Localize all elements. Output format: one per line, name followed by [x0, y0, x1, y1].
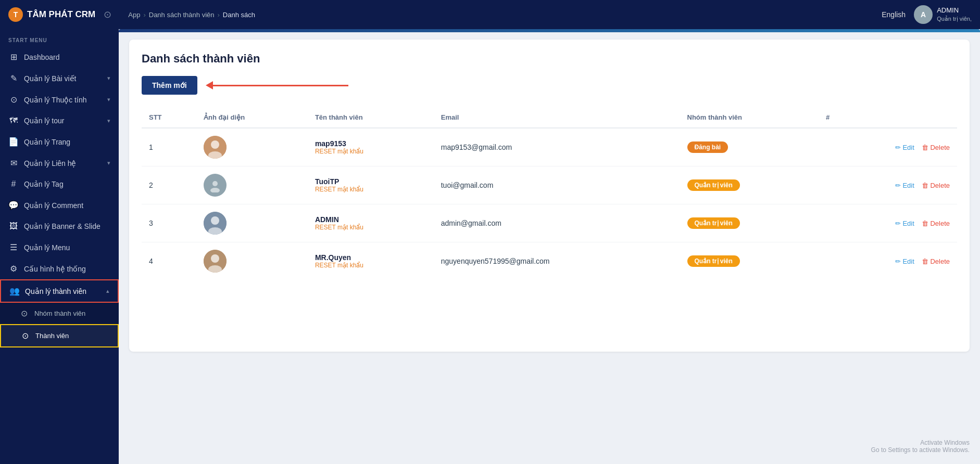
reset-password-link[interactable]: RESET mật khẩu [315, 148, 426, 155]
cell-email: map9153@gmail.com [434, 128, 680, 166]
sidebar-label-menu: Quản lý Menu [24, 243, 110, 252]
cell-name: map9153RESET mật khẩu [308, 128, 434, 166]
group-badge: Quản trị viên [687, 217, 740, 229]
sidebar-item-menu[interactable]: ☰ Quản lý Menu [0, 237, 119, 258]
top-navbar: T TÂM PHÁT CRM ⊙ App › Danh sách thành v… [0, 0, 980, 29]
sidebar-item-thanh-vien[interactable]: 👥 Quản lý thành viên ▴ [0, 279, 119, 303]
cell-group: Quản trị viên [680, 204, 819, 242]
banner-slide-icon: 🖼 [8, 222, 19, 231]
cell-group: Quản trị viên [680, 242, 819, 280]
edit-button[interactable]: ✏ Edit [895, 182, 914, 189]
reset-password-link[interactable]: RESET mật khẩu [315, 262, 426, 269]
member-name: TuoiTP [315, 177, 426, 186]
sidebar-item-thuoc-tinh[interactable]: ⊙ Quản lý Thuộc tính ▾ [0, 89, 119, 110]
reset-password-link[interactable]: RESET mật khẩu [315, 186, 426, 193]
sidebar-label-thanh-vien: Quản lý thành viên [25, 287, 101, 295]
cell-avatar [196, 128, 308, 166]
col-action: # [819, 107, 957, 128]
avatar [204, 174, 227, 197]
sidebar-item-tag[interactable]: # Quản lý Tag [0, 174, 119, 195]
member-name: ADMIN [315, 215, 426, 224]
cell-email: tuoi@gmail.com [434, 166, 680, 204]
sidebar-item-trang[interactable]: 📄 Quản lý Trang [0, 131, 119, 152]
breadcrumb-app[interactable]: App [128, 11, 140, 19]
user-menu[interactable]: A ADMIN Quản trị viên, [914, 5, 972, 24]
svg-point-7 [211, 216, 219, 225]
sidebar: START MENU ⊞ Dashboard ✎ Quản lý Bài viế… [0, 29, 119, 464]
cell-email: nguyenquyen571995@gmail.com [434, 242, 680, 280]
comment-icon: 💬 [8, 200, 19, 210]
sidebar-label-tour: Quản lý tour [24, 117, 102, 125]
cell-action: ✏ Edit 🗑 Delete [819, 204, 957, 242]
bai-viet-icon: ✎ [8, 73, 19, 83]
reset-password-link[interactable]: RESET mật khẩu [315, 224, 426, 231]
cell-avatar [196, 242, 308, 280]
breadcrumb-member-list[interactable]: Danh sách thành viên [149, 11, 215, 19]
arrow-annotation [206, 81, 348, 89]
sidebar-item-tour[interactable]: 🗺 Quản lý tour ▾ [0, 110, 119, 131]
content-area: Danh sách thành viên Thêm mới STT Ảnh đạ… [119, 29, 980, 464]
svg-point-1 [211, 140, 219, 149]
svg-point-10 [211, 254, 219, 263]
back-icon[interactable]: ⊙ [104, 9, 111, 20]
chevron-bai-viet: ▾ [107, 75, 110, 82]
lien-he-icon: ✉ [8, 158, 19, 168]
sidebar-label-dashboard: Dashboard [24, 53, 110, 61]
cell-stt: 2 [142, 166, 196, 204]
cell-name: TuoiTPRESET mật khẩu [308, 166, 434, 204]
edit-button[interactable]: ✏ Edit [895, 144, 914, 151]
sidebar-label-comment: Quản lý Comment [24, 201, 110, 210]
avatar [204, 250, 227, 273]
sidebar-label-cau-hinh: Cấu hình hệ thống [24, 265, 110, 273]
edit-button[interactable]: ✏ Edit [895, 220, 914, 227]
cau-hinh-icon: ⚙ [8, 264, 19, 274]
avatar [204, 136, 227, 159]
page-title: Danh sách thành viên [142, 52, 957, 66]
menu-icon: ☰ [8, 242, 19, 252]
sidebar-item-comment[interactable]: 💬 Quản lý Comment [0, 195, 119, 216]
main-layout: START MENU ⊞ Dashboard ✎ Quản lý Bài viế… [0, 29, 980, 464]
sidebar-item-lien-he[interactable]: ✉ Quản lý Liên hệ ▾ [0, 152, 119, 174]
inner-panel: Danh sách thành viên Thêm mới STT Ảnh đạ… [129, 40, 970, 352]
cell-action: ✏ Edit 🗑 Delete [819, 166, 957, 204]
sidebar-label-trang: Quản lý Trang [24, 138, 110, 146]
breadcrumb-current: Danh sách [223, 11, 255, 19]
breadcrumb: App › Danh sách thành viên › Danh sách [128, 11, 875, 19]
col-avatar: Ảnh đại diện [196, 107, 308, 128]
tag-icon: # [8, 179, 19, 189]
member-name: MR.Quyen [315, 253, 426, 262]
sidebar-item-banner-slide[interactable]: 🖼 Quản lý Banner & Slide [0, 216, 119, 237]
sidebar-item-thanh-vien-sub[interactable]: ⊙ Thành viên [0, 324, 119, 347]
group-badge: Đăng bài [687, 141, 728, 153]
sidebar-label-thuoc-tinh: Quản lý Thuộc tính [24, 96, 102, 104]
thuoc-tinh-icon: ⊙ [8, 95, 19, 105]
username-display: ADMIN Quản trị viên, [937, 6, 972, 22]
sidebar-item-bai-viet[interactable]: ✎ Quản lý Bài viết ▾ [0, 68, 119, 89]
breadcrumb-sep-1: › [143, 11, 145, 19]
cell-group: Quản trị viên [680, 166, 819, 204]
sidebar-item-nhom-thanh-vien[interactable]: ⊙ Nhóm thành viên [0, 303, 119, 324]
thanh-vien-sub-icon: ⊙ [20, 331, 30, 341]
sidebar-label-lien-he: Quản lý Liên hệ [24, 159, 102, 167]
delete-button[interactable]: 🗑 Delete [922, 257, 950, 265]
table-row: 4MR.QuyenRESET mật khẩunguyenquyen571995… [142, 242, 957, 280]
chevron-tour: ▾ [107, 118, 110, 124]
delete-button[interactable]: 🗑 Delete [922, 220, 950, 227]
edit-button[interactable]: ✏ Edit [895, 257, 914, 265]
delete-button[interactable]: 🗑 Delete [922, 144, 950, 151]
trang-icon: 📄 [8, 137, 19, 147]
cell-name: ADMINRESET mật khẩu [308, 204, 434, 242]
sidebar-label-bai-viet: Quản lý Bài viết [24, 74, 102, 83]
svg-point-4 [212, 181, 218, 186]
language-selector[interactable]: English [882, 10, 906, 19]
sidebar-item-cau-hinh[interactable]: ⚙ Cấu hình hệ thống [0, 258, 119, 279]
chevron-thanh-vien: ▴ [106, 288, 109, 294]
sidebar-label-tag: Quản lý Tag [24, 180, 110, 188]
delete-button[interactable]: 🗑 Delete [922, 182, 950, 189]
chevron-thuoc-tinh: ▾ [107, 96, 110, 103]
nhom-icon: ⊙ [19, 308, 29, 318]
sidebar-label-nhom: Nhóm thành viên [34, 310, 110, 317]
sidebar-item-dashboard[interactable]: ⊞ Dashboard [0, 46, 119, 68]
add-member-button[interactable]: Thêm mới [142, 76, 197, 95]
table-row: 2TuoiTPRESET mật khẩutuoi@gmail.comQuản … [142, 166, 957, 204]
